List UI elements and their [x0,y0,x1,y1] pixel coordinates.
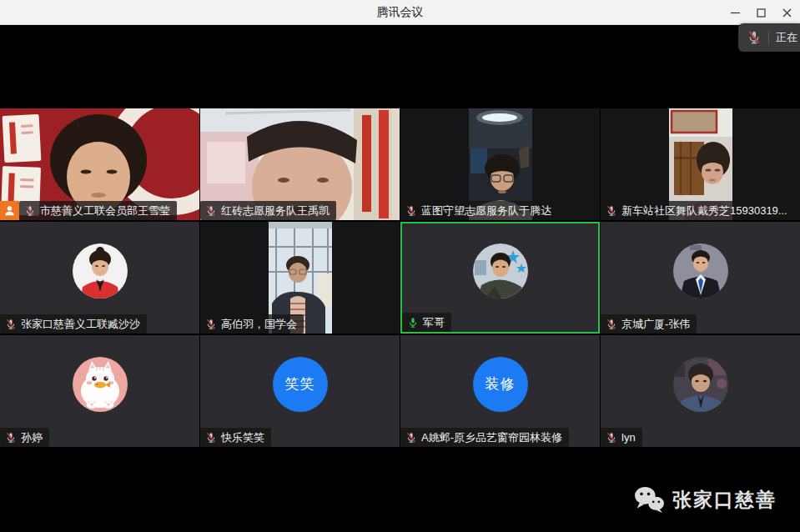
nameplate: 新车站社区舞队戴秀芝15930319... [601,201,794,220]
nameplate: 孙婷 [0,428,49,447]
nameplate: 红砖志愿服务队王禹凯 [200,201,336,220]
minimize-icon [731,8,740,18]
participant-tile-5[interactable]: 高伯羽，国学会 [200,222,400,334]
mic-muted-icon [606,432,617,444]
nameplate: 京城广厦-张伟 [601,314,697,334]
overlay-divider [768,31,769,44]
nameplate: 快乐笑笑 [200,428,271,447]
participant-name: 京城广厦-张伟 [621,317,690,332]
maximize-icon [757,8,766,18]
nameplate: 张家口慈善义工联臧沙沙 [0,314,147,334]
avatar [473,243,528,299]
maximize-button[interactable] [748,0,774,25]
host-badge [0,201,19,220]
mic-muted-icon [405,432,417,444]
mic-muted-button[interactable] [747,30,762,45]
participant-tile-6[interactable]: 军哥 [400,222,600,334]
meeting-stage: 正在 [0,25,800,532]
participant-name: 军哥 [423,315,445,330]
participant-name: 红砖志愿服务队王禹凯 [221,203,330,218]
mic-muted-icon [606,205,617,217]
window-controls [722,0,800,25]
participant-name: 新车站社区舞队戴秀芝15930319... [621,203,787,218]
mic-muted-icon [205,319,217,330]
nameplate: 市慈善义工联会员部王雪莹 [0,201,177,220]
avatar [73,357,128,412]
participant-name: 孙婷 [21,430,43,445]
mic-muted-icon [5,432,17,444]
participant-tile-0[interactable]: 市慈善义工联会员部王雪莹 [0,108,199,220]
mic-muted-icon [405,205,417,217]
watermark-text: 张家口慈善 [672,487,777,513]
mic-on-icon [407,317,419,329]
participant-name: 张家口慈善义工联臧沙沙 [21,317,140,332]
participant-name: 蓝图守望志愿服务队于腾达 [421,203,551,218]
participant-tile-4[interactable]: 张家口慈善义工联臧沙沙 [0,222,199,334]
participant-grid: 市慈善义工联会员部王雪莹 [0,108,800,447]
participant-name: 高伯羽，国学会 [221,317,297,332]
minimize-button[interactable] [722,0,748,25]
mic-muted-icon [205,205,217,217]
meeting-window: 腾讯会议 正在 [0,0,800,532]
watermark: 张家口慈善 [633,485,777,514]
mic-muted-icon [24,205,36,217]
avatar-initials: 装修 [473,357,528,412]
avatar [73,243,128,299]
avatar [673,243,728,299]
nameplate: 蓝图守望志愿服务队于腾达 [400,201,558,220]
mic-muted-icon [606,319,617,330]
participant-tile-1[interactable]: 红砖志愿服务队王禹凯 [200,108,400,220]
nameplate: 高伯羽，国学会 [200,314,304,334]
participant-tile-11[interactable]: lyn [601,335,800,447]
close-icon [782,8,792,18]
participant-tile-9[interactable]: 笑笑 快乐笑笑 [200,335,400,447]
titlebar[interactable]: 腾讯会议 [0,0,800,25]
wechat-icon [633,485,665,514]
participant-tile-8[interactable]: 孙婷 [0,335,199,447]
nameplate: A姚邺-原乡品艺窗帘园林装修 [400,428,569,447]
speaking-indicator: 正在 [738,23,800,52]
avatar [673,357,728,412]
participant-name: 市慈善义工联会员部王雪莹 [40,203,170,218]
nameplate: lyn [601,428,642,447]
participant-tile-7[interactable]: 京城广厦-张伟 [601,222,800,334]
participant-name: A姚邺-原乡品艺窗帘园林装修 [421,430,562,445]
close-button[interactable] [774,0,800,25]
mic-muted-icon [5,319,17,330]
avatar-initials: 笑笑 [273,357,328,412]
host-person-icon [3,204,16,217]
participant-tile-10[interactable]: 装修 A姚邺-原乡品艺窗帘园林装修 [400,335,600,447]
nameplate: 军哥 [402,313,451,332]
speaking-status-text: 正在 [776,30,797,45]
mic-muted-icon [205,432,217,444]
participant-name: lyn [621,431,636,444]
window-title: 腾讯会议 [377,5,424,20]
participant-name: 快乐笑笑 [221,430,264,445]
participant-tile-2[interactable]: 蓝图守望志愿服务队于腾达 [400,108,600,220]
participant-tile-3[interactable]: 新车站社区舞队戴秀芝15930319... [601,108,800,220]
